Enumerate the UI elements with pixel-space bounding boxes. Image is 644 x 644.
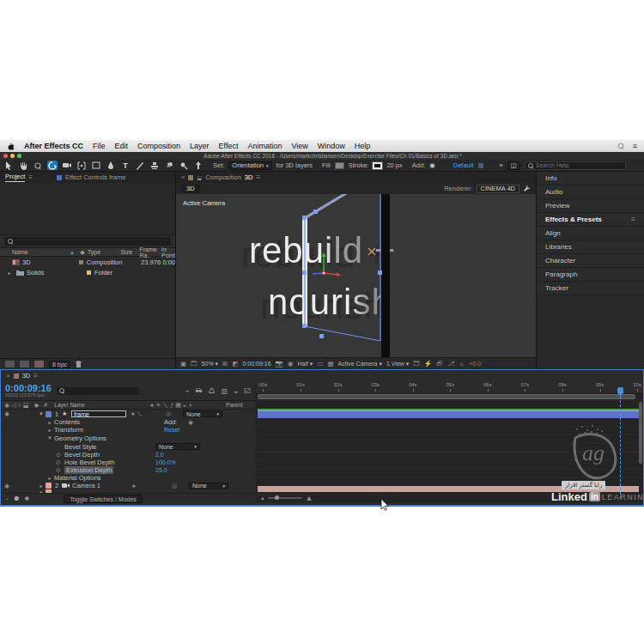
stopwatch-icon[interactable]: ⊙ — [56, 452, 64, 459]
work-area-bar[interactable] — [258, 394, 635, 399]
exposure-value[interactable]: +0.0 — [469, 361, 481, 367]
property-row-geometry-options[interactable]: ▼ Geometry Options — [1, 434, 255, 442]
property-row-hole-bevel-depth[interactable]: ⊙ Hole Bevel Depth 100.0% — [1, 459, 255, 466]
twirl-icon[interactable]: ▸ — [37, 483, 46, 489]
layer-switches[interactable]: ♠＼ — [131, 410, 166, 418]
bevel-style-dropdown[interactable]: None▾ — [155, 443, 200, 450]
stroke-swatch[interactable] — [373, 162, 382, 169]
pen-tool-icon[interactable] — [106, 161, 116, 170]
twirl-icon[interactable]: ▸ — [46, 475, 54, 481]
workspace-overflow-chevrons[interactable]: » — [500, 161, 503, 169]
menu-edit[interactable]: Edit — [115, 142, 129, 150]
menu-app-name[interactable]: After Effects CC — [24, 142, 83, 150]
panel-tab-info[interactable]: Info — [537, 172, 644, 185]
parent-dropdown[interactable]: None▾ — [189, 483, 228, 489]
puppet-pin-tool-icon[interactable] — [193, 161, 204, 170]
type-tool-icon[interactable]: T — [120, 161, 131, 170]
clone-stamp-tool-icon[interactable] — [149, 161, 160, 170]
expand-transfer-icon[interactable]: ❋ — [25, 495, 30, 502]
trkmat-icon[interactable]: ◎ — [172, 483, 189, 489]
menu-composition[interactable]: Composition — [137, 142, 180, 150]
property-row-transform[interactable]: ▸ Transform Reset — [1, 426, 255, 434]
timeline-columns-header[interactable]: ◉ ◁ ○ ⬓ ◆ # Layer Name ♠☀＼ƒ▦◒◑ Parent — [1, 400, 255, 410]
new-composition-icon[interactable] — [34, 361, 44, 368]
property-row-extrusion-depth[interactable]: ⊙ Extrusion Depth 25.0 — [1, 466, 255, 474]
twirl-icon[interactable]: ▸ — [46, 427, 54, 433]
parent-dropdown[interactable]: None▾ — [183, 410, 222, 417]
timeline-zoom-control[interactable]: ▴ ▲ — [261, 494, 313, 502]
apple-menu-icon[interactable] — [7, 142, 15, 150]
pixel-aspect-icon[interactable]: 🗖 — [413, 360, 420, 368]
zoom-tool-icon[interactable] — [33, 161, 43, 170]
hole-bevel-depth-value[interactable]: 100.0% — [155, 459, 176, 465]
project-row-3d[interactable]: 3D Composition 23.976 0:00 — [0, 257, 175, 267]
playhead-marker[interactable] — [617, 387, 623, 394]
panel-tab-libraries[interactable]: Libraries — [537, 240, 644, 254]
motion-blur-icon[interactable]: ◒ — [234, 387, 238, 395]
menu-animation[interactable]: Animation — [247, 142, 282, 150]
workspace-default[interactable]: Default — [453, 161, 474, 169]
layer-row-camera[interactable]: ◉ ▸ 2 Camera 1 ♠ ◎ None▾ — [1, 482, 255, 489]
twirl-down-icon[interactable]: ▼ — [46, 435, 54, 440]
hide-shy-layers-icon[interactable]: 🛆 — [209, 387, 216, 395]
expand-render-time-icon[interactable]: ⚉ — [14, 495, 19, 502]
view-layout-dropdown[interactable]: 1 View ▾ — [386, 361, 409, 368]
layer-bounding-box[interactable] — [305, 194, 380, 341]
menu-layer[interactable]: Layer — [190, 142, 210, 150]
sort-arrow-icon[interactable]: ▲ — [67, 250, 77, 255]
panel-menu-icon[interactable]: ≡ — [28, 173, 33, 181]
property-row-bevel-style[interactable]: Bevel Style None▾ — [1, 442, 255, 451]
panel-menu-icon[interactable]: ≡ — [256, 173, 260, 181]
camera-view-dropdown[interactable]: Active Camera ▾ — [338, 361, 382, 368]
magnification-icon[interactable]: 🗔 — [191, 360, 197, 368]
zoom-level-dropdown[interactable]: 50% ▾ — [202, 361, 218, 368]
help-search-input[interactable] — [536, 162, 623, 168]
close-tab-icon[interactable]: × — [6, 372, 10, 380]
resolution-dropdown[interactable]: Half ▾ — [297, 361, 313, 368]
composition-mini-flowchart-icon[interactable]: ⌁ — [185, 387, 190, 395]
project-columns-header[interactable]: Name ▲ ◆ Type Size Frame Ra.. In Point — [0, 247, 175, 257]
layer-switches[interactable]: ♠ — [132, 483, 172, 489]
menu-effect[interactable]: Effect — [219, 142, 239, 150]
collapse-chevrons-icon[interactable]: « — [181, 173, 185, 181]
graph-editor-icon[interactable]: 🗠 — [244, 387, 251, 395]
frame-blending-icon[interactable]: ▥ — [222, 387, 228, 395]
eye-icon[interactable]: ◉ — [4, 483, 15, 489]
bit-depth-button[interactable]: 8 bpc — [49, 361, 70, 368]
extrusion-depth-label[interactable]: Extrusion Depth — [64, 466, 113, 474]
current-timecode[interactable]: 0:00:09:16 — [5, 384, 52, 392]
lock-icon[interactable]: ⬓ — [197, 174, 202, 180]
layer-label-color[interactable] — [46, 411, 52, 417]
stroke-width-value[interactable]: 20 px — [386, 161, 402, 169]
layer-row-frame[interactable]: ◉ ▼ 1 ★ frame ♠＼ ◎ None▾ — [1, 410, 255, 418]
menu-help[interactable]: Help — [355, 142, 371, 150]
close-window-button[interactable] — [3, 154, 8, 158]
extrusion-depth-value[interactable]: 25.0 — [155, 467, 167, 473]
flowchart-icon[interactable]: ⎇ — [447, 360, 455, 368]
add-shape-icon[interactable]: ◉ — [188, 419, 193, 426]
twirl-down-icon[interactable]: ▼ — [37, 411, 46, 416]
notification-center-icon[interactable]: ≡ — [633, 142, 637, 150]
selection-tool-icon[interactable] — [3, 161, 14, 170]
exposure-reset-icon[interactable]: ☼ — [459, 360, 465, 368]
property-row-bevel-depth[interactable]: ⊙ Bevel Depth 2.0 — [1, 451, 255, 459]
panel-tab-preview[interactable]: Preview — [537, 199, 644, 213]
composition-viewport[interactable]: Active Camera rebuild + rebuild + nouris… — [176, 194, 536, 357]
new-folder-icon[interactable] — [20, 361, 29, 368]
help-search-field[interactable] — [525, 161, 626, 170]
property-row-material-options[interactable]: ▸ Material Options — [1, 474, 255, 482]
preview-timecode[interactable]: 0:00:09:16 — [242, 361, 270, 367]
time-ruler[interactable]: :00s 01s 02s 03s 04s 05s 06s 07s 08s 09s… — [256, 381, 643, 394]
add-menu-icon[interactable]: ◉ — [429, 161, 435, 169]
rotation-tool-icon[interactable] — [47, 161, 58, 170]
vertical-scrollbar[interactable] — [639, 402, 642, 464]
grid-guides-icon[interactable]: ⊞ — [222, 360, 228, 368]
channels-icon[interactable]: ◉ — [288, 360, 294, 368]
draft-3d-icon[interactable]: 🕶 — [196, 387, 203, 395]
timeline-tab-name[interactable]: 3D — [22, 372, 31, 380]
fill-swatch[interactable] — [335, 162, 344, 169]
layer-name-edit-field[interactable]: frame — [71, 410, 126, 417]
layer-label-color[interactable] — [46, 483, 52, 489]
label-color[interactable] — [79, 260, 83, 264]
zoom-in-mountain-icon[interactable]: ▲ — [306, 494, 313, 502]
